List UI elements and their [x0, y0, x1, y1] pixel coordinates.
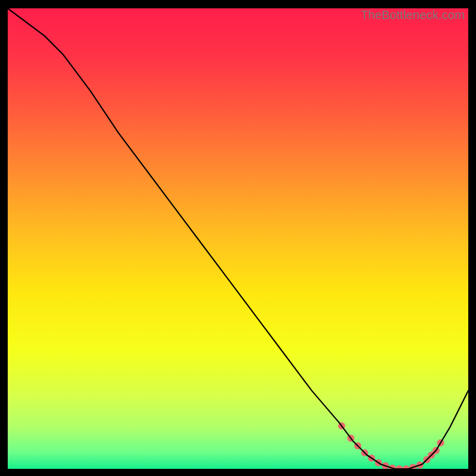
watermark-text: TheBottleneck.com	[361, 8, 465, 22]
bottleneck-chart	[8, 8, 468, 469]
gradient-background	[8, 8, 468, 469]
chart-frame: TheBottleneck.com	[8, 8, 468, 469]
